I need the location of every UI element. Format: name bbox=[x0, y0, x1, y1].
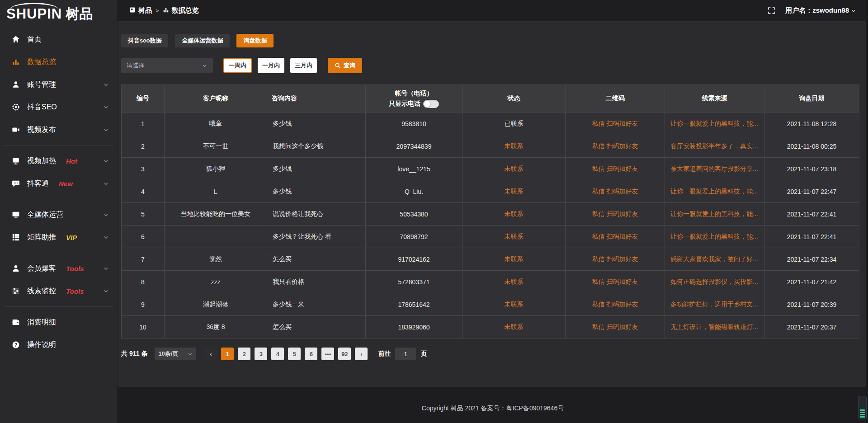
cell-source-link[interactable]: 如何正确选择投影仪，买投影... bbox=[665, 271, 764, 293]
cell-account: 50534380 bbox=[366, 203, 462, 226]
period-button-0[interactable]: 一周内 bbox=[223, 58, 252, 73]
cell-source-link[interactable]: 让你一眼就爱上的黑科技，能... bbox=[665, 180, 764, 203]
cell-source-link[interactable]: 让你一眼就爱上的黑科技，能... bbox=[665, 226, 764, 248]
cell-qr-link[interactable]: 私信 扫码加好友 bbox=[566, 248, 665, 271]
goto-page-input[interactable] bbox=[395, 348, 416, 360]
breadcrumb-separator: > bbox=[156, 7, 159, 14]
cell-qr-link[interactable]: 私信 扫码加好友 bbox=[566, 226, 665, 248]
browser-extension-widget[interactable] bbox=[858, 396, 867, 419]
sidebar-item-label: 全媒体运营 bbox=[27, 210, 63, 220]
tab-douyin-seo-data[interactable]: 抖音seo数据 bbox=[121, 34, 168, 47]
chevron-down-icon bbox=[103, 104, 109, 110]
page-button-4[interactable]: 4 bbox=[271, 348, 284, 360]
username: 用户名：zswodun88 bbox=[785, 6, 849, 15]
sidebar-item-video-publish[interactable]: 视频发布 bbox=[0, 118, 117, 141]
goto-page: 前往 页 bbox=[378, 348, 427, 360]
sidebar-item-douketong[interactable]: 抖客通New bbox=[0, 172, 117, 195]
cell-date: 2021-11-08 12:28 bbox=[764, 113, 859, 135]
cell-qr-link[interactable]: 私信 扫码加好友 bbox=[566, 271, 665, 293]
cell-id: 1 bbox=[122, 113, 165, 135]
cell-id: 5 bbox=[122, 203, 165, 226]
page-button-1[interactable]: 1 bbox=[221, 348, 234, 360]
sidebar-item-clue-monitor[interactable]: 线索监控Tools bbox=[0, 280, 117, 302]
app-root: SHUPIN 树品 首页数据总览账号管理抖音SEO视频发布视频加热Hot抖客通N… bbox=[0, 0, 868, 423]
cell-qr-link[interactable]: 私信 扫码加好友 bbox=[566, 203, 665, 226]
grid-icon bbox=[12, 233, 20, 241]
page-button-6[interactable]: 6 bbox=[305, 348, 317, 360]
sidebar-item-douyin-seo[interactable]: 抖音SEO bbox=[0, 96, 117, 118]
badge-tools: Tools bbox=[66, 265, 84, 273]
period-button-1[interactable]: 一月内 bbox=[258, 58, 284, 73]
sidebar-item-omni-media[interactable]: 全媒体运营 bbox=[0, 203, 117, 226]
page-button-2[interactable]: 2 bbox=[238, 348, 250, 360]
breadcrumb-app[interactable]: 树品 bbox=[129, 6, 152, 15]
sidebar-item-operation-guide[interactable]: ?操作说明 bbox=[0, 334, 117, 356]
monitor-icon bbox=[12, 211, 20, 219]
sidebar-item-member-burst[interactable]: 会员爆客Tools bbox=[0, 257, 117, 280]
cell-qr-link[interactable]: 私信 扫码加好友 bbox=[566, 293, 665, 316]
sidebar-item-label: 数据总览 bbox=[27, 57, 56, 67]
badge-new: New bbox=[59, 180, 73, 188]
phone-only-toggle[interactable] bbox=[423, 100, 439, 108]
tab-omni-media-data[interactable]: 全媒体运营数据 bbox=[175, 34, 230, 47]
cell-source-link[interactable]: 客厅安装投影半年多了，真实... bbox=[665, 135, 764, 158]
sidebar-divider bbox=[5, 145, 113, 146]
prev-page-button[interactable]: ‹ bbox=[204, 348, 217, 360]
page-button-5[interactable]: 5 bbox=[288, 348, 301, 360]
cell-id: 4 bbox=[122, 180, 165, 203]
fullscreen-icon[interactable] bbox=[768, 7, 775, 14]
bar-chart-icon bbox=[163, 7, 169, 14]
page-button-92[interactable]: 92 bbox=[338, 348, 351, 360]
sidebar-menu: 首页数据总览账号管理抖音SEO视频发布视频加热Hot抖客通New全媒体运营矩阵助… bbox=[0, 28, 117, 356]
cell-qr-link[interactable]: 私信 扫码加好友 bbox=[566, 158, 665, 180]
home-icon bbox=[12, 35, 20, 43]
cell-source-link[interactable]: 让你一眼就爱上的黑科技，能... bbox=[665, 203, 764, 226]
period-button-2[interactable]: 三月内 bbox=[290, 58, 317, 73]
next-page-button[interactable]: › bbox=[355, 348, 368, 360]
cell-content: 多少钱 bbox=[267, 180, 366, 203]
chevron-down-icon bbox=[103, 266, 109, 272]
sidebar-item-video-heat[interactable]: 视频加热Hot bbox=[0, 150, 117, 172]
cell-nickname: 哦章 bbox=[165, 113, 267, 135]
cell-qr-link[interactable]: 私信 扫码加好友 bbox=[566, 135, 665, 158]
table-row: 9潮起潮落多少钱一米178651642未联系私信 扫码加好友多功能护栏灯，适用于… bbox=[122, 293, 859, 316]
page-button-3[interactable]: 3 bbox=[255, 348, 267, 360]
table-row: 5当地比较能吃的一位美女说说价格让我死心50534380未联系私信 扫码加好友让… bbox=[122, 203, 859, 226]
user-dropdown[interactable]: 用户名：zswodun88 bbox=[785, 6, 856, 15]
cell-source-link[interactable]: 无主灯设计，智能磁吸轨道灯... bbox=[665, 316, 764, 338]
scrollbar-track[interactable] bbox=[866, 0, 868, 423]
cell-qr-link[interactable]: 私信 扫码加好友 bbox=[566, 316, 665, 338]
table-row: 2不可一世我想问这个多少钱2097344839未联系私信 扫码加好友客厅安装投影… bbox=[122, 135, 859, 158]
cell-source-link[interactable]: 让你一眼就爱上的黑科技，能... bbox=[665, 113, 764, 135]
cell-nickname: 潮起潮落 bbox=[165, 293, 267, 316]
sidebar-item-matrix-boost[interactable]: 矩阵助推VIP bbox=[0, 226, 117, 249]
sidebar-item-home[interactable]: 首页 bbox=[0, 28, 117, 51]
topbar: 树品 > 数据总览 用户名：zswodun88 bbox=[118, 0, 868, 22]
cell-qr-link[interactable]: 私信 扫码加好友 bbox=[566, 113, 665, 135]
sidebar-item-label: 会员爆客 bbox=[27, 264, 56, 273]
cell-account: 2097344839 bbox=[366, 135, 462, 158]
cell-source-link[interactable]: 多功能护栏灯，适用于乡村文... bbox=[665, 293, 764, 316]
cell-status: 未联系 bbox=[462, 180, 566, 203]
cell-source-link[interactable]: 被大家追着问的客厅投影分享... bbox=[665, 158, 764, 180]
table-row: 1036度 8怎么买183929060未联系私信 扫码加好友无主灯设计，智能磁吸… bbox=[122, 316, 859, 338]
filter-bar: 请选择 一周内一月内三月内 查询 bbox=[121, 58, 859, 73]
sidebar-item-account-manage[interactable]: 账号管理 bbox=[0, 73, 117, 96]
tab-inquiry-data[interactable]: 询盘数据 bbox=[236, 34, 274, 47]
cell-id: 6 bbox=[122, 226, 165, 248]
sidebar-item-consume-detail[interactable]: 消费明细 bbox=[0, 311, 117, 334]
main-area: 树品 > 数据总览 用户名：zswodun88 抖音seo数据全媒体运营数据询盘… bbox=[118, 0, 868, 423]
cell-source-link[interactable]: 感谢大家喜欢我家，被问了好... bbox=[665, 248, 764, 271]
content: 抖音seo数据全媒体运营数据询盘数据 请选择 一周内一月内三月内 查询 编号客户… bbox=[118, 22, 868, 387]
query-button[interactable]: 查询 bbox=[328, 58, 362, 73]
column-header-3: 帐号（电话）只显示电话 bbox=[366, 85, 462, 113]
page-ellipsis-button[interactable]: ••• bbox=[321, 348, 334, 360]
filter-select[interactable]: 请选择 bbox=[121, 58, 213, 73]
page-size-select[interactable]: 10条/页 bbox=[155, 348, 196, 360]
sidebar-item-data-overview[interactable]: 数据总览 bbox=[0, 51, 117, 73]
search-icon bbox=[335, 62, 341, 69]
table-row: 6多少钱？让我死心 看70898792未联系私信 扫码加好友让你一眼就爱上的黑科… bbox=[122, 226, 859, 248]
inquiry-table: 编号客户昵称咨询内容帐号（电话）只显示电话状态二维码线索来源询盘日期 1哦章多少… bbox=[121, 85, 859, 338]
breadcrumb-page[interactable]: 数据总览 bbox=[163, 6, 199, 15]
cell-qr-link[interactable]: 私信 扫码加好友 bbox=[566, 180, 665, 203]
